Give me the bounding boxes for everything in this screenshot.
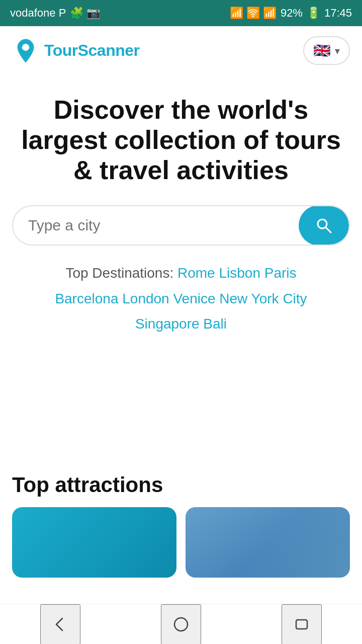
recents-icon	[293, 615, 311, 633]
android-nav-bar	[0, 604, 362, 644]
search-input[interactable]	[13, 217, 299, 234]
battery-text: 92%	[281, 7, 303, 20]
destination-singapore[interactable]: Singapore	[135, 316, 200, 332]
header: TourScanner 🇬🇧 ▾	[0, 26, 362, 75]
destination-rome[interactable]: Rome	[177, 265, 215, 281]
svg-line-2	[326, 227, 331, 232]
flag-icon: 🇬🇧	[313, 42, 331, 59]
status-bar: vodafone P 🧩 📷 📶 🛜 📶 92% 🔋 17:45	[0, 0, 362, 26]
language-selector-button[interactable]: 🇬🇧 ▾	[303, 36, 350, 65]
destination-barcelona[interactable]: Barcelona	[55, 291, 118, 306]
search-button[interactable]	[299, 205, 349, 246]
back-icon	[51, 615, 69, 633]
attractions-title: Top attractions	[12, 473, 350, 497]
attractions-cards	[12, 507, 350, 578]
attraction-card-image[interactable]	[186, 507, 350, 578]
destination-new-york-city[interactable]: New York City	[219, 291, 307, 306]
home-button[interactable]	[161, 604, 201, 645]
destination-london[interactable]: London	[122, 291, 169, 306]
home-icon	[172, 615, 190, 633]
svg-point-3	[174, 618, 188, 631]
top-destinations: Top Destinations: Rome Lisbon Paris Barc…	[12, 261, 350, 337]
logo: TourScanner	[12, 37, 140, 64]
destination-lisbon[interactable]: Lisbon	[219, 265, 260, 281]
destination-bali[interactable]: Bali	[203, 316, 227, 332]
search-icon	[315, 216, 333, 234]
carrier-info: vodafone P 🧩 📷	[10, 7, 100, 20]
battery-icon: 🔋	[307, 7, 320, 20]
recents-button[interactable]	[282, 604, 322, 645]
status-right: 📶 🛜 📶 92% 🔋 17:45	[230, 7, 352, 20]
hero-section: Discover the world's largest collection …	[0, 75, 362, 352]
signal-icons: 📶 🛜 📶	[230, 7, 277, 20]
attraction-card-blue[interactable]	[12, 507, 176, 578]
svg-rect-4	[296, 620, 307, 629]
logo-icon	[12, 37, 39, 64]
app-icons: 🧩 📷	[70, 7, 100, 20]
destination-venice[interactable]: Venice	[173, 291, 215, 306]
chevron-down-icon: ▾	[335, 45, 340, 57]
logo-text: TourScanner	[44, 41, 140, 60]
top-destinations-label: Top Destinations:	[65, 265, 173, 281]
back-button[interactable]	[40, 604, 80, 645]
hero-title: Discover the world's largest collection …	[12, 95, 350, 185]
carrier-text: vodafone P	[10, 7, 66, 20]
attractions-section: Top attractions	[0, 463, 362, 578]
search-bar	[12, 205, 350, 246]
destination-paris[interactable]: Paris	[264, 265, 297, 281]
time-text: 17:45	[324, 7, 352, 20]
